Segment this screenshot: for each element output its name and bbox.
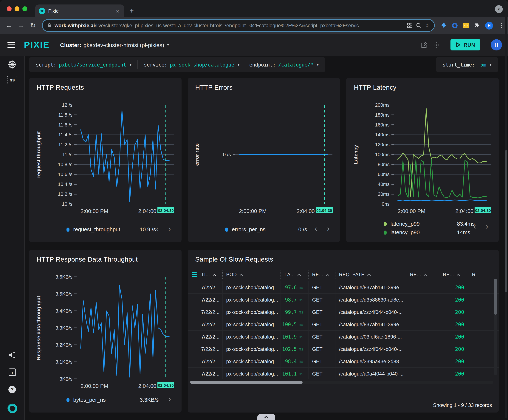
column-header-pod[interactable]: POD [222, 270, 280, 279]
start-time-selector[interactable]: start_time:-5m▼ [436, 57, 498, 72]
sort-icon [297, 273, 301, 276]
y-tick-label: 200ms [375, 102, 390, 108]
tab-close-icon[interactable]: × [114, 7, 121, 15]
column-header-status[interactable]: RE... [439, 270, 468, 279]
scrollbar-thumb[interactable] [190, 381, 302, 384]
tab-search-icon[interactable]: ▼ [495, 5, 503, 13]
expand-drawer-button[interactable] [257, 414, 275, 420]
chevron-right-icon[interactable]: › [168, 395, 171, 404]
column-header-req-path[interactable]: REQ_PATH [335, 270, 406, 279]
table-row[interactable]: 7/22/2...px-sock-shop/catalog...101.1msG… [188, 368, 499, 379]
http-requests-chart[interactable]: request throughput12 /s11.8 /s11.6 /s11.… [35, 100, 176, 217]
chrome-profile-avatar[interactable]: H [485, 22, 493, 29]
table-row[interactable]: 7/22/2...px-sock-shop/catalog...100.5msG… [188, 318, 499, 331]
cell-remote [406, 318, 439, 330]
series-bytes_per_ns [81, 285, 169, 377]
extensions-puzzle-icon[interactable] [474, 22, 480, 29]
series-dot-icon [66, 398, 69, 402]
column-header-partial[interactable]: R [468, 270, 499, 279]
bookmark-star-icon[interactable]: ☆ [425, 22, 430, 29]
user-avatar[interactable]: H [491, 39, 502, 51]
cell-latency: 101.9ms [280, 331, 308, 343]
http-errors-chart[interactable]: error rate0 /s2:00:00 PM2:04:0002:04:30 [194, 100, 334, 217]
script-selector[interactable]: script:pxbeta/service_endpoint▼ [36, 62, 132, 68]
pixie-ring-logo-icon[interactable] [7, 403, 18, 414]
new-tab-button[interactable]: + [130, 7, 134, 15]
forward-icon[interactable]: → [16, 22, 26, 29]
cell-method: GET [308, 343, 335, 355]
svg-text:?: ? [10, 387, 14, 392]
column-header-method[interactable]: RE... [308, 270, 335, 279]
help-icon[interactable]: ? [8, 385, 16, 394]
info-icon[interactable]: i [8, 368, 16, 376]
cell-time: 7/22/2... [197, 306, 222, 318]
service-selector[interactable]: service:px-sock-shop/catalogue▼ [144, 62, 239, 68]
move-widgets-icon[interactable] [433, 41, 440, 48]
column-header-time[interactable]: TI... [197, 270, 222, 279]
cell-gutter [188, 281, 197, 293]
tab-groups-icon[interactable] [407, 22, 412, 28]
http-response-throughput-chart[interactable]: Response data throughput3.6KB/s3.5KB/s3.… [35, 272, 176, 392]
url-bar[interactable]: work.withpixie.ai/live/clusters/gke_pl-p… [43, 20, 434, 31]
cell-pod: px-sock-shop/catalog... [222, 331, 280, 343]
table-row[interactable]: 7/22/2...px-sock-shop/catalog...99.7msGE… [188, 306, 499, 318]
minimize-window-button[interactable] [15, 6, 19, 11]
table-row[interactable]: 7/22/2...px-sock-shop/catalog...98.7msGE… [188, 294, 499, 306]
table-row[interactable]: 7/22/2...px-sock-shop/catalog...101.9msG… [188, 331, 499, 343]
announcements-icon[interactable] [8, 351, 17, 359]
chevron-down-icon: ▼ [490, 63, 492, 67]
cluster-selector[interactable]: Cluster: gke:dev-cluster-htroisi (pl-pix… [60, 42, 170, 48]
table-row[interactable]: 7/22/2...px-sock-shop/catalog...98.4msGE… [188, 355, 499, 368]
cell-latency: 102.5ms [280, 343, 308, 355]
table-row[interactable]: 7/22/2...px-sock-shop/catalog...97.6msGE… [188, 281, 499, 294]
http-latency-chart[interactable]: Latency200ms180ms160ms140ms120ms100ms80m… [352, 100, 493, 217]
browser-tab[interactable]: π Pixie × [35, 5, 124, 17]
chevron-right-icon[interactable]: › [168, 224, 171, 233]
hamburger-menu-icon[interactable] [7, 42, 15, 48]
zoom-out-icon[interactable] [416, 22, 421, 28]
cell-req-path: /catalogue/837ab141-399e... [335, 281, 406, 293]
run-button[interactable]: RUN [451, 39, 480, 51]
ring-extension-icon[interactable] [452, 22, 458, 29]
zoom-window-button[interactable] [22, 6, 27, 11]
back-icon[interactable]: ← [4, 22, 14, 29]
column-header-remote[interactable]: RE... [406, 270, 439, 279]
kite-extension-icon[interactable] [441, 22, 447, 29]
yellow-extension-icon[interactable] [463, 22, 469, 29]
chevron-left-icon[interactable]: ‹ [156, 395, 159, 404]
chevron-left-icon[interactable]: ‹ [156, 224, 159, 233]
column-header-latency[interactable]: LA... [280, 270, 308, 279]
x-tick-label: 2:04:00 [456, 208, 474, 214]
y-tick-label: 0ns [382, 201, 390, 207]
lock-icon [47, 23, 52, 28]
series-dot-icon [384, 222, 387, 226]
table-row[interactable]: 7/22/2...px-sock-shop/catalog...102.5msG… [188, 343, 499, 355]
close-window-button[interactable] [7, 6, 12, 11]
sort-icon [326, 273, 330, 276]
kubernetes-cluster-icon[interactable] [7, 60, 17, 69]
chevron-left-icon[interactable]: ‹ [473, 222, 476, 231]
cell-pod: px-sock-shop/catalog... [222, 294, 280, 306]
cell-latency: 99.7ms [280, 306, 308, 318]
reload-icon[interactable]: ↻ [28, 21, 38, 30]
horizontal-scrollbar[interactable] [189, 381, 493, 384]
namespace-icon[interactable]: ns [7, 76, 17, 84]
chrome-menu-icon[interactable]: ⋮ [499, 22, 504, 29]
main-content: script:pxbeta/service_endpoint▼ service:… [25, 56, 508, 420]
chevron-left-icon[interactable]: ‹ [315, 224, 317, 233]
endpoint-selector[interactable]: endpoint:/catalogue/*▼ [249, 62, 319, 68]
page-scrollbar-thumb[interactable] [505, 150, 507, 292]
chevron-right-icon[interactable]: › [327, 224, 330, 233]
chevron-down-icon: ▼ [166, 43, 170, 47]
x-tick-label: 2:00:00 PM [398, 208, 426, 214]
table-menu-icon[interactable] [188, 270, 197, 279]
vertical-scrollbar-thumb[interactable] [494, 279, 497, 315]
y-tick-label: 10.8 /s [58, 162, 73, 167]
chevron-right-icon[interactable]: › [486, 222, 488, 231]
legend-pager: ‹› [156, 395, 171, 404]
y-tick-label: 11.2 /s [58, 142, 73, 147]
y-tick-label: 160ms [375, 122, 390, 128]
edit-script-icon[interactable] [421, 41, 428, 48]
x-tick-label: 2:04:00 [138, 208, 156, 214]
page-scrollbar[interactable] [505, 1, 507, 419]
